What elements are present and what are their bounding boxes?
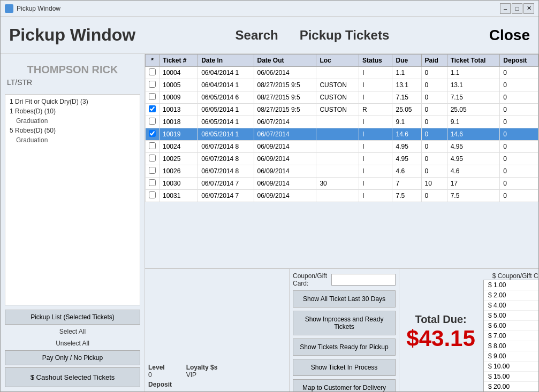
row-deposit: 0 — [500, 67, 538, 79]
bottom-right: Total Due: $43.15 $ Coupon/Gift Card Off… — [399, 269, 538, 391]
row-checkbox[interactable] — [146, 141, 160, 153]
table-row[interactable]: 1000506/04/2014 108/27/2015 9:5CUSTONI13… — [146, 79, 538, 91]
row-paid: 0 — [421, 153, 447, 165]
gift-card-amount[interactable]: $ 9.00 — [484, 351, 538, 362]
row-checkbox[interactable] — [146, 67, 160, 79]
title-bar-controls: – □ ✕ — [500, 3, 534, 14]
cashout-button[interactable]: $ Cashout Selected Tickets — [5, 367, 140, 387]
row-date-out: 06/09/2014 — [254, 190, 316, 202]
row-loc — [316, 153, 359, 165]
gift-card-amount[interactable]: $ 10.00 — [484, 362, 538, 372]
row-paid: 10 — [421, 178, 447, 190]
row-date-in: 06/05/2014 1 — [198, 116, 254, 128]
row-date-out: 06/06/2014 — [254, 67, 316, 79]
gift-card-amount[interactable]: $ 5.00 — [484, 311, 538, 321]
map-delivery-button[interactable]: Map to Customer for Delivery — [293, 379, 396, 391]
table-row[interactable]: 1002506/07/2014 806/09/2014I4.9504.950 — [146, 153, 538, 165]
gift-card-amount[interactable]: $ 15.00 — [484, 372, 538, 382]
row-checkbox[interactable] — [146, 190, 160, 202]
header-actions: Search Pickup Tickets — [236, 28, 390, 43]
show-in-process2-button[interactable]: Show Ticket In Process — [293, 359, 396, 376]
row-total: 25.05 — [447, 104, 500, 116]
search-button[interactable]: Search — [236, 28, 278, 43]
row-status: I — [359, 116, 392, 128]
table-header: * Ticket # Date In Date Out Loc Status D… — [146, 55, 538, 67]
select-all-link[interactable]: Select All — [5, 327, 140, 336]
gift-card-amount[interactable]: $ 6.00 — [484, 321, 538, 331]
show-all-30-button[interactable]: Show All Ticket Last 30 Days — [293, 290, 396, 308]
row-date-out: 06/09/2014 — [254, 165, 316, 178]
gift-card-amount[interactable]: $ 1.00 — [484, 280, 538, 290]
row-deposit: 0 — [500, 178, 538, 190]
table-row[interactable]: 1001306/05/2014 108/27/2015 9:5CUSTONR25… — [146, 104, 538, 116]
row-status: I — [359, 91, 392, 104]
table-row[interactable]: 1003006/07/2014 706/09/201430I710170 — [146, 178, 538, 190]
row-checkbox[interactable] — [146, 165, 160, 178]
gift-card-list[interactable]: $ 1.00$ 2.00$ 4.00$ 5.00$ 6.00$ 7.00$ 8.… — [483, 280, 538, 391]
gift-card-amount[interactable]: $ 8.00 — [484, 341, 538, 351]
row-checkbox[interactable] — [146, 104, 160, 116]
main-content: THOMPSON RICK LT/STR 1 Dri Fit or Quick … — [1, 54, 538, 391]
table-row[interactable]: 1000906/05/2014 608/27/2015 9:5CUSTONI7.… — [146, 91, 538, 104]
gift-card-off-label: $ Coupon/Gift Card Off — [483, 272, 538, 280]
loyalty-dollars-value: VIP — [186, 371, 218, 379]
row-deposit: 0 — [500, 141, 538, 153]
row-deposit: 0 — [500, 116, 538, 128]
row-status: I — [359, 153, 392, 165]
close-window-button[interactable]: ✕ — [523, 3, 534, 14]
ticket-table-wrapper[interactable]: * Ticket # Date In Date Out Loc Status D… — [145, 54, 538, 268]
row-paid: 0 — [421, 91, 447, 104]
row-due: 4.6 — [392, 165, 421, 178]
row-ticket: 10018 — [160, 116, 198, 128]
coupon-input[interactable] — [331, 274, 396, 286]
gift-card-amount[interactable]: $ 7.00 — [484, 331, 538, 341]
deposit-label-row: Deposit — [148, 381, 286, 388]
row-loc — [316, 128, 359, 141]
row-checkbox[interactable] — [146, 91, 160, 104]
row-checkbox[interactable] — [146, 128, 160, 141]
row-paid: 0 — [421, 67, 447, 79]
row-status: I — [359, 178, 392, 190]
order-list-item: 5 Robes(D) (50) — [7, 126, 138, 135]
pickup-tickets-button[interactable]: Pickup Tickets — [300, 28, 390, 43]
deposit-label: Deposit — [148, 381, 172, 388]
row-paid: 0 — [421, 141, 447, 153]
footer-level: Level 0 — [148, 364, 165, 379]
table-row[interactable]: 1001906/05/2014 106/07/2014I14.6014.60 — [146, 128, 538, 141]
show-ready-button[interactable]: Show Tickets Ready for Pickup — [293, 339, 396, 356]
ticket-table-body: 1000406/04/2014 106/06/2014I1.101.101000… — [146, 67, 538, 202]
row-checkbox[interactable] — [146, 178, 160, 190]
row-date-in: 06/04/2014 1 — [198, 67, 254, 79]
row-due: 7.15 — [392, 91, 421, 104]
table-row[interactable]: 1003106/07/2014 706/09/2014I7.507.50 — [146, 190, 538, 202]
row-due: 25.05 — [392, 104, 421, 116]
order-list-item: Graduation — [7, 116, 138, 126]
table-row[interactable]: 1000406/04/2014 106/06/2014I1.101.10 — [146, 67, 538, 79]
row-status: I — [359, 128, 392, 141]
row-checkbox[interactable] — [146, 79, 160, 91]
gift-card-amount[interactable]: $ 20.00 — [484, 382, 538, 391]
unselect-all-link[interactable]: Unselect All — [5, 339, 140, 348]
page-title: Pickup Window — [9, 25, 135, 45]
close-button[interactable]: Close — [489, 27, 530, 44]
row-date-out: 06/07/2014 — [254, 116, 316, 128]
pickup-list-button[interactable]: Pickup List (Selected Tickets) — [5, 310, 140, 325]
col-date-out: Date Out — [254, 55, 316, 67]
row-checkbox[interactable] — [146, 116, 160, 128]
table-row[interactable]: 1002406/07/2014 806/09/2014I4.9504.950 — [146, 141, 538, 153]
row-due: 1.1 — [392, 67, 421, 79]
pay-only-button[interactable]: Pay Only / No Pickup — [5, 350, 140, 365]
show-inprocess-button[interactable]: Show Inprocess and Ready Tickets — [293, 311, 396, 335]
order-list-item: 1 Robes(D) (10) — [7, 106, 138, 116]
minimize-button[interactable]: – — [500, 3, 511, 14]
gift-card-amount[interactable]: $ 4.00 — [484, 301, 538, 311]
maximize-button[interactable]: □ — [512, 3, 522, 14]
row-checkbox[interactable] — [146, 153, 160, 165]
gift-card-amount[interactable]: $ 2.00 — [484, 290, 538, 301]
row-due: 4.95 — [392, 141, 421, 153]
order-list-item: Graduation — [7, 135, 138, 145]
row-date-in: 06/07/2014 8 — [198, 141, 254, 153]
row-date-out: 06/09/2014 — [254, 141, 316, 153]
table-row[interactable]: 1001806/05/2014 106/07/2014I9.109.10 — [146, 116, 538, 128]
table-row[interactable]: 1002606/07/2014 806/09/2014I4.604.60 — [146, 165, 538, 178]
